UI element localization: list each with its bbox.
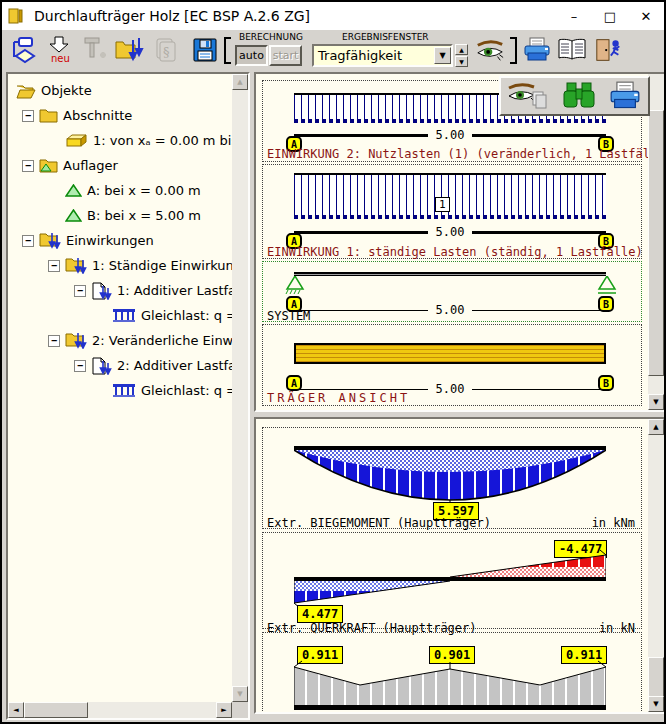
viewtop-scroll-thumb[interactable] — [648, 110, 664, 376]
auto-button[interactable]: auto — [235, 45, 268, 66]
exit-button[interactable] — [594, 35, 624, 65]
eye-icon — [475, 37, 505, 63]
new-button[interactable]: neu — [44, 35, 74, 65]
folder-icon — [39, 108, 58, 123]
eye-pages-icon[interactable] — [507, 80, 551, 112]
arrow-down-icon: ▼ — [653, 398, 658, 406]
support-b-icon — [597, 276, 617, 296]
support-a-icon — [285, 276, 305, 296]
tree-item-support-a[interactable]: A: bei x = 0.00 m — [8, 178, 232, 203]
flowchart-icon — [11, 36, 39, 64]
tree-item-auflager[interactable]: − Auflager — [8, 153, 232, 178]
support-label-a: A — [286, 375, 302, 391]
save-button[interactable] — [190, 35, 220, 65]
spin-up-icon: ▲ — [459, 46, 464, 53]
viewbottom-scroll-down-button[interactable]: ▼ — [648, 696, 664, 712]
tree-item-lastfall-1[interactable]: − 1: Additiver Lastfall: — [8, 278, 232, 303]
beam-section-icon — [65, 134, 88, 147]
section-caption: EINWIRKUNG 1: ständige Lasten (ständig, … — [267, 245, 643, 259]
tree-item-abschnitte[interactable]: − Abschnitte — [8, 103, 232, 128]
spin-down-button[interactable]: ▼ — [455, 56, 468, 67]
viewtop-scroll-down-button[interactable]: ▼ — [648, 394, 664, 410]
unit-label: in kNm — [592, 516, 635, 530]
collapse-icon[interactable]: − — [74, 360, 86, 372]
manual-button[interactable] — [557, 35, 587, 65]
insert-icon — [81, 36, 109, 64]
tree-hscroll-thumb[interactable] — [24, 702, 88, 718]
arrow-down-icon: ▼ — [653, 700, 658, 708]
tree-item-einwirkungen[interactable]: − Einwirkungen — [8, 228, 232, 253]
utilization-diagram — [294, 659, 606, 713]
berechnung-label: BERECHNUNG — [239, 32, 303, 42]
tree-scroll-down-button[interactable]: ▼ — [232, 686, 248, 702]
tree-item-abschnitt-1[interactable]: 1: von xₐ = 0.00 m bis xₑ — [8, 128, 232, 153]
viewbottom-scroll-up-button[interactable]: ▲ — [648, 419, 664, 435]
titlebar: Durchlaufträger Holz [EC BSP A.2.6 ZG] –… — [2, 2, 664, 30]
support-label-b: B — [598, 375, 614, 391]
tree-item-gleichlast-1[interactable]: Gleichlast: q = — [8, 303, 232, 328]
tree-item-gleichlast-2[interactable]: Gleichlast: q = — [8, 378, 232, 403]
section-caption: TRÄGER ANSICHT — [267, 391, 410, 405]
tree-scroll-left-button[interactable]: ◄ — [8, 702, 24, 718]
span-length: 5.00 — [428, 128, 473, 142]
start-button[interactable]: start — [269, 45, 302, 66]
collapse-icon[interactable]: − — [22, 160, 34, 172]
collapse-icon[interactable]: − — [22, 110, 34, 122]
tree-item-lastfall-2[interactable]: − 2: Additiver Lastfall: — [8, 353, 232, 378]
insert-button[interactable] — [80, 35, 110, 65]
section-caption: EINWIRKUNG 2: Nutzlasten (1) (veränderli… — [267, 147, 666, 161]
section-biegemoment: 5.597 Extr. BIEGEMOMENT (Hauptträger) in… — [262, 427, 642, 529]
scrollbar-corner — [232, 702, 248, 718]
folder-loads-icon — [65, 257, 87, 274]
tree-item-einwirkung-2[interactable]: − 2: Veränderliche Einwirku — [8, 328, 232, 353]
results-top-panel: 2 5.00 A B EINWIRKUNG 2: Nutzlasten (1) … — [254, 72, 666, 412]
viewbottom-scroll-thumb[interactable] — [648, 657, 664, 697]
support-triangle-icon — [65, 209, 82, 223]
minimize-button[interactable]: – — [556, 3, 592, 29]
loadcase-icon — [91, 282, 112, 300]
spin-up-button[interactable]: ▲ — [455, 44, 468, 55]
result-window-combobox[interactable]: Tragfähigkeit ▼ — [312, 44, 453, 67]
open-folder-icon — [16, 83, 36, 99]
open-position-button[interactable] — [114, 35, 144, 65]
timber-beam-drawing — [294, 343, 606, 364]
paragraph-icon: § — [153, 36, 181, 64]
tree-vscrollbar[interactable] — [232, 74, 248, 702]
save-icon — [192, 37, 218, 63]
svg-text:neu: neu — [51, 53, 70, 64]
view-button[interactable] — [475, 35, 505, 65]
beam-line — [294, 272, 606, 276]
flowchart-button[interactable] — [10, 35, 40, 65]
dimension-line: 5.00 — [294, 128, 606, 142]
tree-item-objekte[interactable]: Objekte — [8, 78, 232, 103]
loadcase-icon — [91, 357, 112, 375]
norms-button[interactable]: § — [152, 35, 182, 65]
printer-icon[interactable] — [608, 81, 642, 111]
tree-item-einwirkung-1[interactable]: − 1: Ständige Einwirkung: s — [8, 253, 232, 278]
folder-supports-icon — [39, 158, 58, 173]
object-tree: Objekte − Abschnitte 1: von xₐ = 0.00 m … — [8, 78, 232, 702]
tree-scroll-right-button[interactable]: ► — [216, 702, 232, 718]
combo-dropdown-button[interactable]: ▼ — [434, 47, 451, 64]
exit-icon — [594, 37, 624, 63]
collapse-icon[interactable]: − — [22, 235, 34, 247]
close-button[interactable]: ✕ — [628, 3, 664, 29]
new-icon: neu — [48, 36, 70, 64]
tree-item-support-b[interactable]: B: bei x = 5.00 m — [8, 203, 232, 228]
group-bracket-right — [510, 37, 517, 64]
object-tree-panel: Objekte − Abschnitte 1: von xₐ = 0.00 m … — [6, 72, 250, 720]
distributed-load-drawing — [294, 173, 606, 215]
ergebnisfenster-label: ERGEBNISFENSTER — [342, 32, 429, 42]
window-title: Durchlaufträger Holz [EC BSP A.2.6 ZG] — [34, 8, 310, 24]
collapse-icon[interactable]: − — [48, 260, 60, 272]
book-icon — [557, 38, 587, 62]
svg-text:§: § — [163, 45, 170, 60]
section-caption: SYSTEM — [267, 309, 310, 323]
binoculars-icon[interactable] — [562, 81, 596, 111]
print-button[interactable] — [522, 35, 552, 65]
collapse-icon[interactable]: − — [48, 335, 60, 347]
maximize-button[interactable]: □ — [592, 3, 628, 29]
collapse-icon[interactable]: − — [74, 285, 86, 297]
tree-scroll-up-button[interactable]: ▲ — [232, 74, 248, 90]
span-length: 5.00 — [428, 382, 473, 396]
